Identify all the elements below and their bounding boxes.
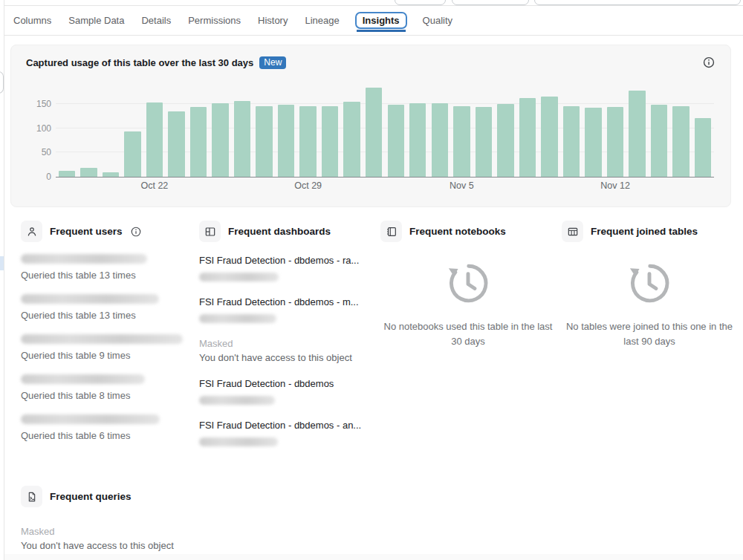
- frequent-user-row: Queried this table 13 times: [21, 294, 199, 322]
- sidebar-button-fragment: [0, 71, 4, 94]
- history-icon: [626, 296, 672, 308]
- usage-bar: [629, 91, 645, 177]
- dashboard-link[interactable]: FSI Fraud Detection - dbdemos - m...: [199, 296, 372, 309]
- masked-user-name: [21, 294, 159, 304]
- frequent-user-row: Queried this table 6 times: [21, 414, 199, 443]
- tab-history[interactable]: History: [258, 6, 288, 35]
- user-icon: [21, 221, 42, 242]
- x-axis-label: Nov 5: [450, 180, 474, 191]
- y-axis-label: 150: [23, 99, 51, 109]
- bar-slot: [297, 87, 319, 177]
- tab-sample-data[interactable]: Sample Data: [68, 6, 124, 35]
- masked-user-name: [21, 254, 147, 264]
- bar-slot: [253, 87, 276, 177]
- usage-bar: [343, 102, 360, 177]
- info-icon[interactable]: [130, 226, 142, 238]
- x-axis-label: Nov 12: [600, 180, 630, 191]
- sidebar-selection-fragment: [0, 256, 4, 270]
- usage-bar: [432, 103, 448, 177]
- usage-panel-header: Captured usage of this table over the la…: [26, 56, 716, 69]
- tab-details[interactable]: Details: [141, 6, 171, 35]
- usage-bar: [256, 106, 272, 177]
- bar-slot: [166, 87, 188, 177]
- masked-dashboard-detail: [199, 314, 276, 323]
- bar-slot: [56, 87, 78, 177]
- history-icon: [445, 296, 491, 308]
- usage-bar: [103, 172, 119, 177]
- bar-slot: [692, 87, 714, 177]
- bottom-scroll-strip: [4, 554, 743, 560]
- frequent-user-row: Queried this table 9 times: [21, 334, 199, 362]
- section-title: Frequent queries: [50, 491, 132, 502]
- dashboard-item: FSI Fraud Detection - dbdemos - ra...: [199, 254, 380, 281]
- dashboard-item: FSI Fraud Detection - dbdemos - an...: [199, 419, 380, 446]
- usage-bar: [190, 107, 207, 177]
- bar-slot: [539, 87, 561, 177]
- bar-slot: [122, 87, 144, 177]
- usage-bar: [585, 108, 601, 177]
- query-file-icon: [21, 486, 42, 507]
- tab-label: Insights: [355, 12, 407, 29]
- no-access-note: You don't have access to this object: [199, 351, 380, 365]
- dashboard-link[interactable]: FSI Fraud Detection - dbdemos: [199, 377, 372, 391]
- user-query-count: Queried this table 13 times: [21, 269, 199, 282]
- usage-bar: [322, 106, 338, 177]
- no-access-note: You don't have access to this object: [21, 538, 259, 553]
- usage-bar: [695, 118, 711, 177]
- bar-slot: [385, 87, 407, 177]
- bar-slot: [143, 87, 166, 177]
- bar-slot: [429, 87, 451, 177]
- joined-tables-empty-state: No tables were joined to this one in the…: [562, 260, 737, 349]
- usage-bar: [366, 88, 382, 177]
- frequent-notebooks-section: Frequent notebooks No notebooks used thi…: [380, 221, 562, 460]
- masked-user-name: [21, 374, 145, 384]
- tab-insights[interactable]: Insights: [357, 6, 406, 35]
- section-title: Frequent notebooks: [409, 226, 506, 237]
- user-query-count: Queried this table 9 times: [21, 349, 199, 362]
- tab-columns[interactable]: Columns: [13, 6, 51, 35]
- user-query-count: Queried this table 8 times: [21, 389, 199, 403]
- tab-permissions[interactable]: Permissions: [188, 6, 241, 35]
- masked-user-name: [21, 414, 160, 424]
- usage-bar: [299, 106, 316, 177]
- usage-bar: [168, 111, 184, 177]
- usage-bar: [80, 168, 97, 177]
- bar-slot: [187, 87, 210, 177]
- bar-slot: [604, 87, 626, 177]
- tab-quality[interactable]: Quality: [423, 6, 452, 35]
- toolbar-button-fragment[interactable]: [395, 0, 446, 5]
- usage-chart: 050100150 Oct 22Oct 29Nov 5Nov 12: [56, 87, 714, 194]
- section-title: Frequent joined tables: [591, 226, 698, 237]
- usage-bar: [476, 107, 492, 177]
- tab-lineage[interactable]: Lineage: [305, 6, 339, 35]
- masked-query-item: MaskedYou don't have access to this obje…: [21, 525, 259, 553]
- bar-slot: [451, 87, 473, 177]
- bar-slot: [319, 87, 341, 177]
- bar-slot: [100, 87, 122, 177]
- frequent-users-section: Frequent users Queried this table 13 tim…: [21, 221, 199, 460]
- bar-slot: [407, 87, 429, 177]
- masked-dashboard-item: MaskedYou don't have access to this obje…: [199, 337, 380, 365]
- dashboard-link[interactable]: FSI Fraud Detection - dbdemos - ra...: [199, 254, 372, 267]
- frequent-users-list: Queried this table 13 timesQueried this …: [21, 254, 199, 443]
- frequent-dashboards-section: Frequent dashboards FSI Fraud Detection …: [199, 221, 380, 460]
- bar-slot: [670, 87, 692, 177]
- dashboard-item: FSI Fraud Detection - dbdemos: [199, 377, 380, 405]
- tab-label: Details: [141, 15, 171, 26]
- tab-label: Permissions: [188, 15, 241, 26]
- frequent-dashboards-list: FSI Fraud Detection - dbdemos - ra...FSI…: [199, 254, 380, 446]
- usage-bar: [278, 105, 294, 177]
- usage-bar: [146, 102, 163, 177]
- dashboard-link[interactable]: FSI Fraud Detection - dbdemos - an...: [199, 419, 372, 432]
- tab-label: Quality: [423, 15, 452, 26]
- toolbar-search-input-fragment[interactable]: [534, 0, 741, 5]
- info-icon[interactable]: [702, 56, 716, 69]
- user-query-count: Queried this table 13 times: [21, 309, 199, 322]
- usage-bar: [541, 97, 557, 177]
- section-title: Frequent dashboards: [228, 226, 331, 237]
- usage-bar: [59, 171, 75, 177]
- tab-label: Lineage: [305, 15, 339, 26]
- usage-bar: [607, 107, 623, 177]
- usage-bar: [212, 103, 228, 177]
- toolbar-button-fragment[interactable]: [452, 0, 529, 5]
